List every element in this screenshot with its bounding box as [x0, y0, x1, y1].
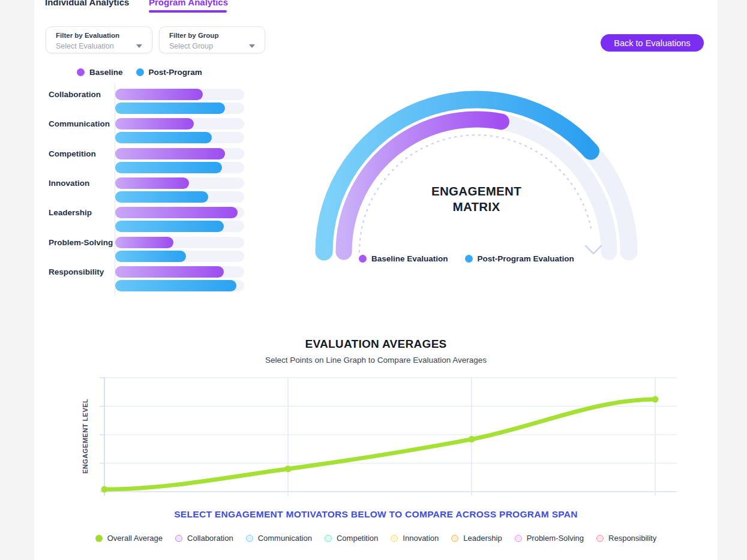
motivator-legend-item[interactable]: Collaboration [175, 534, 233, 543]
bar-track [115, 177, 244, 189]
line-chart-subtitle: Select Points on Line Graph to Compare E… [34, 356, 718, 365]
legend-dot-icon [391, 535, 398, 542]
legend-item-label: Competition [337, 534, 378, 543]
filter-evaluation-label: Filter by Evaluation [56, 32, 119, 39]
gauge-title: ENGAGEMENT MATRIX [416, 183, 536, 215]
bar-category-label: Leadership [49, 207, 92, 218]
cta-heading: SELECT ENGAGEMENT MOTIVATORS BELOW TO CO… [34, 509, 718, 520]
tab-program-analytics[interactable]: Program Analytics [149, 0, 228, 9]
legend-item-label: Problem-Solving [527, 534, 584, 543]
bar-fill-post [115, 251, 186, 262]
bar-category-label: Responsibility [49, 266, 104, 278]
bar-group: Competition [45, 148, 252, 173]
legend-item-label: Leadership [463, 534, 502, 543]
bar-fill-post [115, 103, 225, 114]
motivator-legend-item[interactable]: Overall Average [95, 534, 163, 543]
motivator-legend-item[interactable]: Communication [246, 534, 312, 543]
line-chart [84, 375, 684, 502]
legend-dot-icon [596, 535, 604, 542]
legend-item-label: Overall Average [107, 534, 163, 543]
bar-fill-baseline [115, 207, 238, 218]
bar-fill-baseline [115, 89, 203, 100]
line-point[interactable] [652, 396, 659, 403]
chevron-down-icon [136, 44, 142, 48]
legend-item-label: Responsibility [608, 534, 656, 543]
line-chart-title: EVALUATION AVERAGES [34, 338, 718, 351]
filter-group-label: Filter by Group [169, 32, 218, 39]
bar-track [115, 280, 244, 291]
bar-track [115, 148, 244, 159]
bar-fill-post [115, 132, 212, 143]
gauge-chart [306, 79, 648, 266]
legend-item-label: Communication [258, 534, 312, 543]
bar-track [115, 162, 244, 173]
back-to-evaluations-button[interactable]: Back to Evaluations [601, 34, 704, 52]
motivator-legend-item[interactable]: Problem-Solving [515, 534, 584, 543]
gauge-legend-item: Baseline Evaluation [359, 254, 448, 263]
overall-average-line [104, 399, 655, 489]
legend-dot-icon [325, 535, 332, 542]
bar-category-label: Competition [49, 148, 96, 159]
bar-track [115, 207, 244, 218]
bar-fill-post [115, 162, 222, 173]
legend-item-label: Post-Program Evaluation [478, 254, 574, 263]
bar-track [115, 118, 244, 130]
bar-group: Problem-Solving [45, 237, 252, 262]
gauge-legend: Baseline EvaluationPost-Program Evaluati… [359, 254, 574, 263]
bar-fill-baseline [115, 177, 189, 189]
legend-item-label: Innovation [403, 534, 439, 543]
bar-category-label: Innovation [49, 177, 89, 189]
legend-dot-icon [451, 535, 458, 542]
bar-legend-item: Baseline [77, 68, 123, 77]
legend-dot-icon [246, 535, 253, 542]
line-point[interactable] [101, 486, 108, 493]
bar-track [115, 221, 244, 232]
bar-category-label: Collaboration [49, 89, 101, 100]
filter-evaluation-dropdown[interactable]: Filter by Evaluation Select Evaluation [46, 26, 152, 53]
bar-track [115, 266, 244, 278]
bar-track [115, 237, 244, 248]
line-point[interactable] [469, 436, 475, 442]
legend-dot-icon [95, 535, 103, 542]
legend-item-label: Baseline [89, 68, 123, 77]
legend-dot-icon [515, 535, 522, 542]
active-tab-indicator [149, 10, 227, 13]
gauge-legend-item: Post-Program Evaluation [465, 254, 574, 263]
bar-fill-post [115, 191, 208, 203]
bar-group: Leadership [45, 207, 252, 232]
bar-fill-post [115, 280, 236, 291]
motivator-legend-item[interactable]: Competition [325, 534, 378, 543]
bar-track [115, 251, 244, 262]
legend-item-label: Baseline Evaluation [371, 254, 448, 263]
legend-dot-icon [136, 68, 144, 76]
bar-fill-post [115, 221, 224, 232]
bar-group: Communication [45, 118, 252, 143]
legend-dot-icon [175, 535, 182, 542]
legend-dot-icon [77, 68, 85, 76]
tab-individual-analytics[interactable]: Individual Analytics [45, 0, 129, 9]
filter-group-value: Select Group [169, 42, 213, 50]
bar-track [115, 191, 244, 203]
legend-dot-icon [359, 255, 367, 263]
bar-group: Innovation [45, 177, 252, 203]
legend-item-label: Post-Program [149, 68, 202, 77]
filter-group-dropdown[interactable]: Filter by Group Select Group [159, 26, 265, 53]
bar-track [115, 89, 244, 100]
legend-dot-icon [465, 255, 473, 263]
bar-track [115, 132, 244, 143]
bar-track [115, 103, 244, 114]
bar-legend-item: Post-Program [136, 68, 202, 77]
filter-evaluation-value: Select Evaluation [56, 42, 114, 50]
bar-group: Collaboration [45, 89, 252, 114]
legend-item-label: Collaboration [187, 534, 233, 543]
bar-fill-baseline [115, 237, 173, 248]
line-point[interactable] [285, 466, 292, 472]
bar-fill-baseline [115, 266, 224, 278]
motivator-legend-item[interactable]: Innovation [391, 534, 439, 543]
motivator-legend-item[interactable]: Responsibility [596, 534, 656, 543]
bar-fill-baseline [115, 118, 194, 130]
motivator-legend-item[interactable]: Leadership [451, 534, 502, 543]
bar-fill-baseline [115, 148, 225, 159]
bar-group: Responsibility [45, 266, 252, 291]
bar-category-label: Problem-Solving [49, 237, 113, 248]
